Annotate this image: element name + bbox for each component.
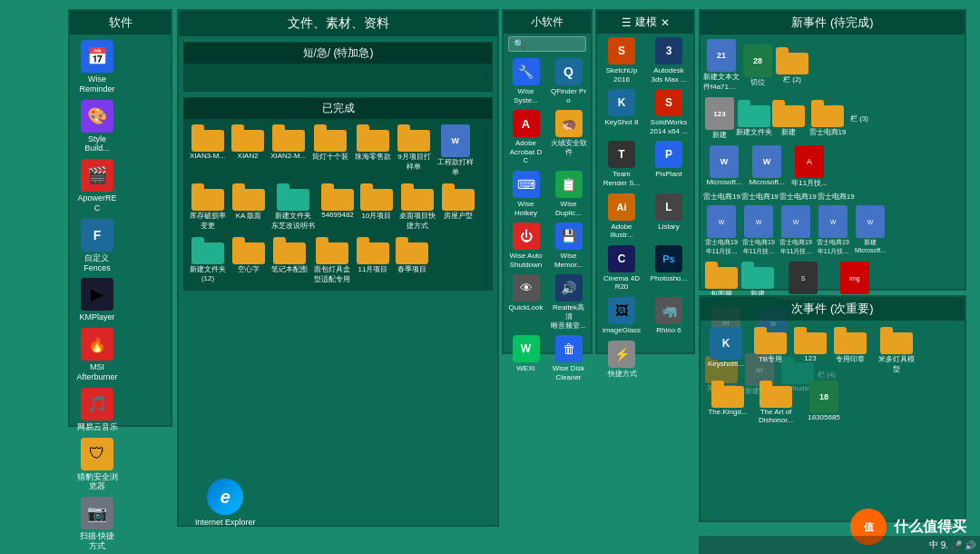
label-leishi-row4: 雷士电商19 [703,192,740,202]
tech-file-nov11[interactable]: A 年11月技... [789,143,830,190]
folder-sep9[interactable]: 9月项目打样单 [396,123,432,179]
folder-new12[interactable]: 新建文件夹(12) [188,235,228,286]
app-imageglass[interactable]: 🖼 imageGlass [599,295,644,337]
hamburger-icon[interactable]: ☰ [622,16,632,29]
folder-bread-light[interactable]: 面包灯具盒型适配专用 [312,235,352,286]
leishi-19-3[interactable]: W 雷士电商19年11月技... [778,203,814,258]
num-123[interactable]: 123 新建 [703,95,736,142]
file-engineering[interactable]: W 工程款打样单 [436,123,475,179]
completed-section-title: 已完成 [184,98,492,119]
folder-xian3m[interactable]: XIAN3-M... [188,123,227,179]
app-huorong[interactable]: 🦔 火绒安全软件 [548,108,589,167]
folder-spring[interactable]: 春季项目 [394,235,430,286]
folder-tb[interactable]: TB专用 [750,325,791,376]
app-sketchup-2016[interactable]: S SketchUp2016 [599,35,644,85]
taskbar: 中 9. 🎤 🔊 [699,536,980,554]
folder-lamp-model[interactable]: 米多灯具模型 [874,325,919,376]
app-kmplayer[interactable]: ▶ KMPlayer [74,276,121,324]
app-team-render[interactable]: T TeamRender S... [599,139,644,189]
app-adobe-illus[interactable]: Ai AdobeIllustr... [599,192,644,242]
leishi-19-1[interactable]: W 雷士电商19年11月技... [703,203,740,258]
leishi-19-4[interactable]: W 雷士电商19年11月技... [815,203,851,258]
app-cinema4d[interactable]: C Cinema 4DR20 [599,243,644,293]
folder-house-type[interactable]: 房屋户型 [440,182,476,232]
app-listary[interactable]: L Listary [646,192,691,242]
app-wise-disk-cleaner[interactable]: 🗑 Wise DiskCleaner [548,333,589,383]
folder-inventory[interactable]: 库存破损率变更 [188,182,228,232]
taskbar-volume[interactable]: 🔊 [965,540,975,550]
app-wise-memory[interactable]: 💾 WiseMemor... [548,221,589,271]
keyshot6[interactable]: K Keyshot6... [705,325,747,376]
small-software-panel: 小软件 🔍 🔧 WiseSyste... Q QFinder Pro A Ado… [502,9,593,354]
ie-label: Internet Explorer [195,518,256,527]
folder-col2[interactable]: 栏 (2) [776,45,808,86]
leishi-19-new[interactable]: W 新建Microsoft... [852,203,888,258]
app-autodesk-3dsmax[interactable]: 3 Autodesk3ds Max ... [646,35,691,85]
app-adobe-acrobat[interactable]: A AdobeAcrobat DC [505,108,546,167]
folder-new4[interactable]: 新建 [772,98,805,139]
app-wise-hotkey[interactable]: ⌨ WiseHotkey [505,169,546,219]
app-wexi[interactable]: W WEXI [505,333,546,383]
folder-toshiba[interactable]: 新建文件夹东芝改说明书 [270,182,317,232]
taskbar-mic[interactable]: 🎤 [951,540,962,550]
app-wise-auto-shutdown[interactable]: ⏻ Wise AutoShutdown [505,221,546,271]
app-msi[interactable]: 🔥 MSIAfterburner [74,326,121,384]
file-18305685[interactable]: 18 18305685 [801,379,847,426]
app-quicklook[interactable]: 👁 QuickLook [505,272,546,331]
app-style-build[interactable]: 🎨 StyleBuild... [74,98,121,156]
folder-lights10[interactable]: 筒灯十个装 [310,123,350,179]
folder-ka[interactable]: KA 版面 [230,182,267,232]
build-panel-title: ☰ 建模 ✕ [597,11,693,34]
num-21[interactable]: 21 新建文本文件f4a71425... [703,37,740,94]
brand-text: 什么值得买 [894,518,966,537]
app-wise-duplic[interactable]: 📋 WiseDuplic... [548,169,589,219]
urgent-section-title: 短/急/ (特加急) [184,43,492,64]
folder-xian2[interactable]: XIAN2 [230,123,266,179]
app-realtek[interactable]: 🔊 Realtek高清晰音频管... [548,272,589,331]
completed-section: 已完成 XIAN3-M... XIAN2 [183,97,493,291]
app-scan[interactable]: 📷 扫描·快捷方式 [74,495,121,553]
folder-stamp[interactable]: 专用印章 [829,325,871,376]
leishi-19-2[interactable]: W 雷士电商19年11月技... [740,203,777,258]
ms-file2[interactable]: W Microsoft... [746,143,788,190]
app-qfinder-pro[interactable]: Q QFinder Pro [548,56,589,106]
folder-hollow-text[interactable]: 空心字 [230,235,267,286]
folder-54699482[interactable]: 54699482 [319,182,356,232]
num-28[interactable]: 28 切位 [741,43,774,89]
app-shortcut[interactable]: ⚡ ·快捷方式 [599,339,644,381]
new-events-title: 新事件 (待完成) [701,11,965,35]
app-keyshot8[interactable]: K KeyShot 8 [599,87,644,137]
folder-the-kingdom[interactable]: The.Kingd... [705,379,750,426]
folder-zhuhai[interactable]: 珠海零售款 [353,123,393,179]
folder-oct[interactable]: 10月项目 [358,182,395,232]
small-software-title: 小软件 [504,11,591,34]
app-fences[interactable]: F 自定义Fences [74,217,121,275]
software-panel: 软件 📅 WiseReminder 🎨 StyleBuild... 🎬 Apow… [68,9,172,427]
app-photoshop[interactable]: Ps Photosho... [646,243,691,293]
build-panel: ☰ 建模 ✕ S SketchUp2016 3 Autodesk3ds Max … [595,9,695,354]
search-bar[interactable]: 🔍 [508,36,586,52]
taskbar-zh[interactable]: 中 [929,539,938,551]
folder-laptop-imgs[interactable]: 笔记本配图 [270,235,309,286]
folder-xian2m[interactable]: XIAN2-M... [269,123,308,179]
files-panel-title: 文件、素材、资料 [179,11,497,36]
app-security-browser[interactable]: 🛡 猎豹安全浏览器 [74,436,121,494]
app-netease[interactable]: 🎵 网易云音乐 [74,386,121,434]
app-apowerrec[interactable]: 🎬 ApowerREC [74,157,121,215]
folder-art-of-dishonor[interactable]: The Art ofDishonor... [753,379,799,426]
secondary-events-panel: 次事件 (次重要) K Keyshot6... TB专用 123 [699,295,966,522]
folder-leishi19[interactable]: 雷士电商19 [807,98,848,139]
folder-new-file3[interactable]: 新建文件夹 [738,98,770,139]
ie-icon-container[interactable]: e Internet Explorer [195,479,256,527]
folder-desktop-shortcuts[interactable]: 桌面项目快捷方式 [397,182,437,232]
app-solidworks[interactable]: S SolidWorks2014 x64 ... [646,87,691,137]
app-wise-syste[interactable]: 🔧 WiseSyste... [505,56,546,106]
folder-123[interactable]: 123 [794,325,827,376]
close-icon[interactable]: ✕ [661,16,670,29]
files-panel: 文件、素材、资料 短/急/ (特加急) 已完成 XIAN3-M... XIAN2 [177,9,499,527]
app-wise-reminder[interactable]: 📅 WiseReminder [74,38,121,96]
ms-file1[interactable]: W Microsoft... [703,143,745,190]
app-rhino6[interactable]: 🦏 Rhino 6 [646,295,691,337]
app-pixplant[interactable]: P PixPlant [646,139,691,189]
folder-nov[interactable]: 11月项目 [355,235,391,286]
